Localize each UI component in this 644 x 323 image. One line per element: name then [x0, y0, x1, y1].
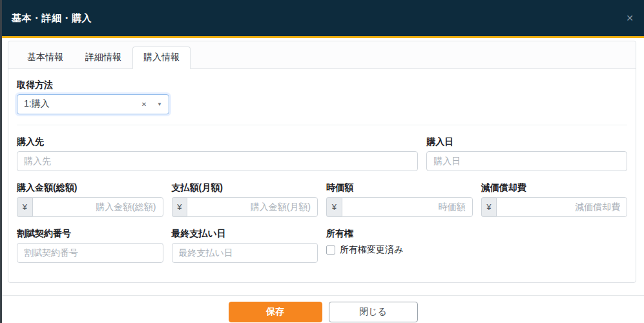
save-button[interactable]: 保存 [229, 302, 322, 322]
purchase-from-label: 購入先 [17, 136, 418, 148]
payment-monthly-label: 支払額(月額) [172, 182, 318, 194]
acquisition-method-group: 取得方法 1:購入 ✕ ▼ [17, 79, 627, 114]
purchase-date-group: 購入日 [426, 136, 627, 171]
market-value-input[interactable] [342, 197, 473, 217]
ownership-label: 所有権 [326, 227, 473, 240]
yen-prefix: ¥ [481, 197, 497, 217]
ownership-checkbox[interactable] [326, 245, 335, 255]
acquisition-method-select[interactable]: 1:購入 ✕ ▼ [17, 94, 169, 114]
tab-basic-info[interactable]: 基本情報 [16, 47, 74, 69]
purchase-tab-panel: 取得方法 1:購入 ✕ ▼ 購入先 購入日 [8, 69, 636, 282]
accent-line [2, 36, 644, 38]
empty-cell [481, 227, 628, 263]
payment-monthly-group: 支払額(月額) ¥ [172, 182, 318, 217]
purchase-total-label: 購入金額(総額) [17, 182, 163, 194]
purchase-date-input[interactable] [426, 151, 627, 171]
modal-footer: 保存 閉じる [2, 295, 644, 322]
installment-contract-label: 割賦契約番号 [17, 227, 163, 240]
purchase-date-label: 購入日 [426, 136, 627, 148]
tab-card: 基本情報 詳細情報 購入情報 取得方法 1:購入 ✕ ▼ 購入先 [8, 41, 636, 283]
purchase-from-group: 購入先 [17, 136, 418, 171]
depreciation-input[interactable] [496, 197, 627, 217]
yen-prefix: ¥ [172, 197, 187, 217]
final-payment-date-label: 最終支払い日 [172, 227, 318, 240]
depreciation-group: 減価償却費 ¥ [481, 182, 628, 217]
purchase-total-group: 購入金額(総額) ¥ [17, 182, 163, 217]
tab-purchase-info[interactable]: 購入情報 [132, 47, 191, 69]
payment-monthly-input[interactable] [187, 197, 318, 217]
market-value-label: 時価額 [326, 182, 473, 194]
amounts-row: 購入金額(総額) ¥ 支払額(月額) ¥ 時価額 ¥ [17, 182, 627, 217]
close-button[interactable]: 閉じる [329, 302, 418, 322]
chevron-down-icon[interactable]: ▼ [157, 101, 162, 107]
ownership-checkbox-label[interactable]: 所有権変更済み [340, 244, 403, 256]
installment-contract-group: 割賦契約番号 [17, 227, 163, 263]
tab-detail-info[interactable]: 詳細情報 [74, 47, 132, 69]
ownership-group: 所有権 所有権変更済み [326, 227, 473, 263]
purchase-from-input[interactable] [17, 151, 418, 171]
modal-dialog: 基本・詳細・購入 ✕ 基本情報 詳細情報 購入情報 取得方法 1:購入 ✕ ▼ … [0, 0, 644, 323]
purchase-total-input[interactable] [32, 197, 163, 217]
installment-contract-input[interactable] [17, 243, 163, 263]
depreciation-label: 減価償却費 [481, 182, 628, 194]
acquisition-method-label: 取得方法 [17, 79, 627, 91]
purchase-source-row: 購入先 購入日 [17, 136, 627, 171]
final-payment-date-group: 最終支払い日 [172, 227, 318, 263]
section-divider [17, 125, 627, 125]
final-payment-date-input[interactable] [172, 243, 318, 263]
selected-option: 1:購入 [24, 98, 141, 110]
modal-header: 基本・詳細・購入 ✕ [2, 0, 644, 36]
close-icon[interactable]: ✕ [626, 14, 634, 23]
yen-prefix: ¥ [326, 197, 342, 217]
clear-selection-icon[interactable]: ✕ [141, 101, 147, 108]
yen-prefix: ¥ [17, 197, 32, 217]
modal-title: 基本・詳細・購入 [12, 12, 92, 25]
tab-bar: 基本情報 詳細情報 購入情報 [8, 41, 636, 69]
contract-row: 割賦契約番号 最終支払い日 所有権 所有権変更済み [17, 227, 627, 263]
market-value-group: 時価額 ¥ [326, 182, 473, 217]
